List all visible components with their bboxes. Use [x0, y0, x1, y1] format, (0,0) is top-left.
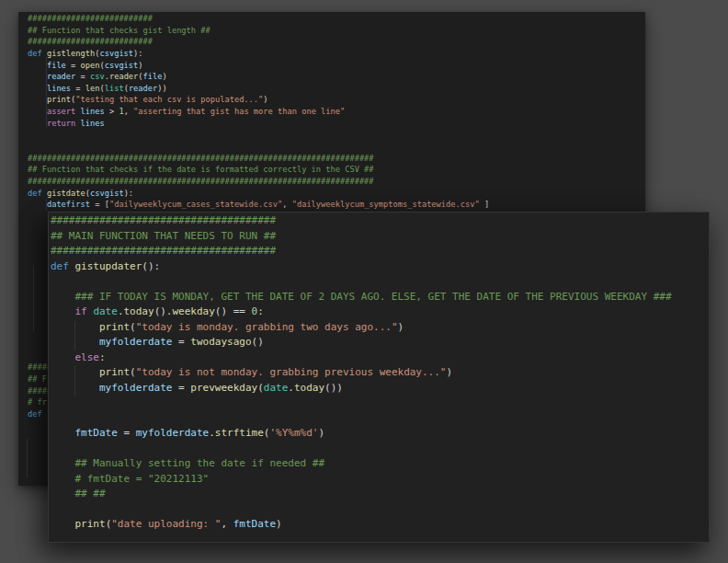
code-line: ### IF TODAY IS MONDAY, GET THE DATE OF … — [51, 290, 710, 305]
code-line: if date.today().weekday() == 0: — [51, 304, 710, 320]
code-line: print("today is not monday. grabbing pre… — [51, 365, 710, 381]
indent-guide — [46, 57, 47, 127]
code-line: print("testing that each csv is populate… — [28, 94, 645, 106]
code-line: def gistdate(csvgist): — [28, 188, 645, 200]
desktop-background: ############################ Function th… — [0, 0, 728, 563]
code-line — [51, 442, 710, 457]
code-line: myfolderdate = prevweekday(date.today()) — [51, 381, 710, 396]
code-line: def gistupdater(): — [51, 259, 710, 275]
code-line: else: — [51, 350, 710, 366]
code-line: def gistlength(csvgist): — [28, 48, 645, 60]
code-line — [51, 274, 710, 290]
code-line: ########################################… — [28, 153, 645, 165]
code-line: ## MAIN FUNCTION THAT NEEDS TO RUN ## — [51, 229, 710, 245]
code-line: ########################## — [28, 36, 645, 48]
code-line: print("date uploading: ", fmtDate) — [51, 517, 710, 533]
code-line: lines = len(list(reader)) — [28, 83, 645, 95]
code-line: ########################## — [28, 13, 645, 25]
code-line: ########################################… — [28, 176, 645, 188]
code-line: ##################################### — [51, 244, 710, 259]
indent-guide — [74, 366, 75, 396]
code-line — [51, 502, 710, 518]
code-line: ## Function that checks gist length ## — [28, 25, 645, 37]
indent-guide — [27, 439, 28, 477]
indent-guide — [46, 199, 47, 211]
code-line: ##################################### — [51, 213, 710, 229]
code-line: fmtDate = myfolderdate.strftime('%Y%m%d'… — [51, 426, 710, 442]
code-line — [51, 396, 710, 411]
code-line: reader = csv.reader(file) — [28, 71, 645, 83]
code-line: ## Function that checks if the date is f… — [28, 164, 645, 176]
code-line: ## Manually setting the date if needed #… — [51, 456, 710, 472]
code-line: assert lines > 1, "asserting that gist h… — [28, 106, 645, 118]
indent-guide — [74, 321, 75, 350]
code-line: ## ## — [51, 487, 710, 502]
code-line — [28, 141, 645, 153]
code-line: # fmtDate = "20212113" — [51, 472, 710, 488]
front-code[interactable]: ####################################### … — [48, 212, 710, 543]
code-line: file = open(csvgist) — [28, 60, 645, 72]
code-line — [28, 129, 645, 141]
code-line: print("today is monday. grabbing two day… — [51, 320, 710, 336]
code-line — [51, 411, 710, 427]
code-line: myfolderdate = twodaysago() — [51, 335, 710, 350]
code-line: datefirst = ["dailyweeklycum_cases_state… — [28, 199, 645, 211]
code-line: return lines — [28, 118, 645, 130]
indent-guide — [33, 265, 34, 331]
code-window-front: ####################################### … — [48, 212, 710, 543]
